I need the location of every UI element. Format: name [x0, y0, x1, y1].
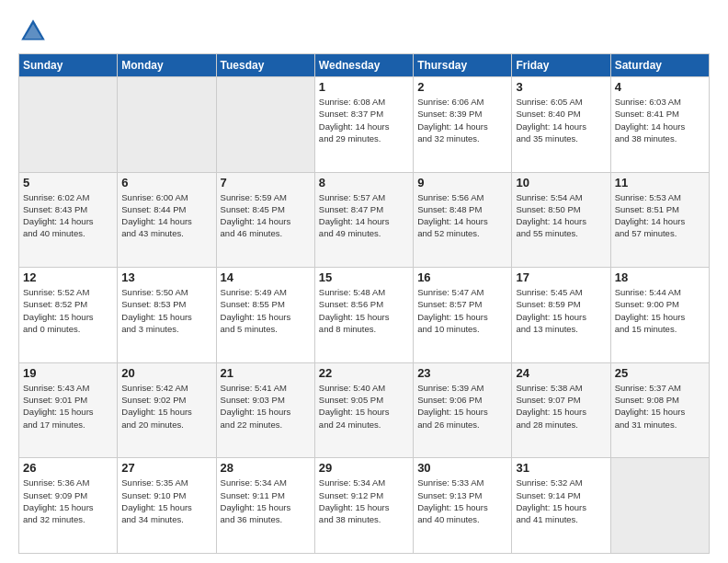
- day-number: 6: [121, 176, 211, 190]
- calendar-cell: 16Sunrise: 5:47 AM Sunset: 8:57 PM Dayli…: [414, 268, 512, 363]
- day-number: 1: [319, 80, 409, 94]
- day-info: Sunrise: 5:40 AM Sunset: 9:05 PM Dayligh…: [319, 382, 409, 431]
- day-number: 12: [23, 270, 113, 284]
- calendar-cell: 14Sunrise: 5:49 AM Sunset: 8:55 PM Dayli…: [216, 268, 314, 363]
- day-number: 14: [221, 270, 311, 284]
- calendar-week-row: 5Sunrise: 6:02 AM Sunset: 8:43 PM Daylig…: [19, 172, 710, 268]
- calendar-week-row: 26Sunrise: 5:36 AM Sunset: 9:09 PM Dayli…: [19, 458, 710, 554]
- calendar-cell: 7Sunrise: 5:59 AM Sunset: 8:45 PM Daylig…: [216, 172, 314, 268]
- day-info: Sunrise: 6:02 AM Sunset: 8:43 PM Dayligh…: [23, 191, 113, 240]
- calendar-cell: 10Sunrise: 5:54 AM Sunset: 8:50 PM Dayli…: [512, 172, 610, 268]
- calendar-week-row: 19Sunrise: 5:43 AM Sunset: 9:01 PM Dayli…: [19, 362, 710, 458]
- weekday-header-monday: Monday: [118, 54, 216, 77]
- day-info: Sunrise: 6:06 AM Sunset: 8:39 PM Dayligh…: [417, 96, 507, 144]
- day-number: 15: [319, 270, 409, 284]
- calendar-cell: 3Sunrise: 6:05 AM Sunset: 8:40 PM Daylig…: [512, 77, 610, 173]
- day-info: Sunrise: 5:36 AM Sunset: 9:09 PM Dayligh…: [23, 477, 113, 525]
- day-info: Sunrise: 6:00 AM Sunset: 8:44 PM Dayligh…: [121, 191, 211, 240]
- day-info: Sunrise: 5:53 AM Sunset: 8:51 PM Dayligh…: [615, 191, 705, 240]
- calendar-cell: 17Sunrise: 5:45 AM Sunset: 8:59 PM Dayli…: [512, 268, 610, 363]
- weekday-header-sunday: Sunday: [19, 54, 118, 77]
- calendar-cell: 6Sunrise: 6:00 AM Sunset: 8:44 PM Daylig…: [118, 172, 216, 268]
- calendar-cell: 13Sunrise: 5:50 AM Sunset: 8:53 PM Dayli…: [118, 268, 216, 363]
- day-info: Sunrise: 5:57 AM Sunset: 8:47 PM Dayligh…: [319, 191, 409, 240]
- weekday-header-friday: Friday: [512, 54, 610, 77]
- calendar-cell: 15Sunrise: 5:48 AM Sunset: 8:56 PM Dayli…: [314, 268, 413, 363]
- day-info: Sunrise: 5:39 AM Sunset: 9:06 PM Dayligh…: [417, 382, 507, 431]
- day-info: Sunrise: 5:38 AM Sunset: 9:07 PM Dayligh…: [516, 382, 606, 431]
- day-number: 28: [221, 461, 311, 475]
- calendar-cell: 31Sunrise: 5:32 AM Sunset: 9:14 PM Dayli…: [512, 458, 610, 554]
- day-number: 23: [417, 366, 507, 380]
- day-info: Sunrise: 5:35 AM Sunset: 9:10 PM Dayligh…: [121, 477, 211, 525]
- day-number: 16: [417, 270, 507, 284]
- calendar-cell: 5Sunrise: 6:02 AM Sunset: 8:43 PM Daylig…: [19, 172, 118, 268]
- day-info: Sunrise: 5:59 AM Sunset: 8:45 PM Dayligh…: [221, 191, 311, 240]
- day-number: 2: [417, 80, 507, 94]
- day-info: Sunrise: 5:48 AM Sunset: 8:56 PM Dayligh…: [319, 286, 409, 335]
- calendar-cell: 29Sunrise: 5:34 AM Sunset: 9:12 PM Dayli…: [314, 458, 413, 554]
- calendar-cell: 1Sunrise: 6:08 AM Sunset: 8:37 PM Daylig…: [314, 77, 413, 173]
- day-info: Sunrise: 5:41 AM Sunset: 9:03 PM Dayligh…: [221, 382, 311, 431]
- day-number: 11: [615, 176, 705, 190]
- weekday-header-wednesday: Wednesday: [314, 54, 413, 77]
- calendar-cell: 28Sunrise: 5:34 AM Sunset: 9:11 PM Dayli…: [216, 458, 314, 554]
- weekday-header-thursday: Thursday: [414, 54, 512, 77]
- day-number: 21: [221, 366, 311, 380]
- day-number: 9: [417, 176, 507, 190]
- page: SundayMondayTuesdayWednesdayThursdayFrid…: [0, 0, 728, 563]
- day-number: 5: [23, 176, 113, 190]
- day-number: 13: [121, 270, 211, 284]
- calendar-cell: 8Sunrise: 5:57 AM Sunset: 8:47 PM Daylig…: [314, 172, 413, 268]
- calendar-week-row: 1Sunrise: 6:08 AM Sunset: 8:37 PM Daylig…: [19, 77, 710, 173]
- day-info: Sunrise: 5:50 AM Sunset: 8:53 PM Dayligh…: [121, 286, 211, 335]
- day-info: Sunrise: 5:47 AM Sunset: 8:57 PM Dayligh…: [417, 286, 507, 335]
- day-info: Sunrise: 5:32 AM Sunset: 9:14 PM Dayligh…: [516, 477, 606, 525]
- weekday-header-saturday: Saturday: [610, 54, 709, 77]
- calendar-cell: 11Sunrise: 5:53 AM Sunset: 8:51 PM Dayli…: [610, 172, 709, 268]
- calendar-cell: [118, 77, 216, 173]
- calendar-cell: [610, 458, 709, 554]
- day-number: 20: [121, 366, 211, 380]
- day-number: 30: [417, 461, 507, 475]
- calendar-cell: 4Sunrise: 6:03 AM Sunset: 8:41 PM Daylig…: [610, 77, 709, 173]
- calendar-cell: [19, 77, 118, 173]
- calendar-cell: 2Sunrise: 6:06 AM Sunset: 8:39 PM Daylig…: [414, 77, 512, 173]
- calendar-cell: 25Sunrise: 5:37 AM Sunset: 9:08 PM Dayli…: [610, 362, 709, 458]
- day-number: 8: [319, 176, 409, 190]
- calendar-cell: 26Sunrise: 5:36 AM Sunset: 9:09 PM Dayli…: [19, 458, 118, 554]
- day-info: Sunrise: 6:05 AM Sunset: 8:40 PM Dayligh…: [516, 96, 606, 144]
- calendar-cell: 21Sunrise: 5:41 AM Sunset: 9:03 PM Dayli…: [216, 362, 314, 458]
- day-info: Sunrise: 6:03 AM Sunset: 8:41 PM Dayligh…: [615, 96, 705, 144]
- calendar-cell: 27Sunrise: 5:35 AM Sunset: 9:10 PM Dayli…: [118, 458, 216, 554]
- day-info: Sunrise: 5:56 AM Sunset: 8:48 PM Dayligh…: [417, 191, 507, 240]
- calendar-table: SundayMondayTuesdayWednesdayThursdayFrid…: [18, 53, 710, 554]
- day-info: Sunrise: 5:42 AM Sunset: 9:02 PM Dayligh…: [121, 382, 211, 431]
- calendar-cell: [216, 77, 314, 173]
- day-info: Sunrise: 5:44 AM Sunset: 9:00 PM Dayligh…: [615, 286, 705, 335]
- calendar-cell: 22Sunrise: 5:40 AM Sunset: 9:05 PM Dayli…: [314, 362, 413, 458]
- day-number: 10: [516, 176, 606, 190]
- calendar-cell: 24Sunrise: 5:38 AM Sunset: 9:07 PM Dayli…: [512, 362, 610, 458]
- day-info: Sunrise: 5:34 AM Sunset: 9:11 PM Dayligh…: [221, 477, 311, 525]
- day-number: 22: [319, 366, 409, 380]
- logo: [18, 17, 51, 46]
- calendar-week-row: 12Sunrise: 5:52 AM Sunset: 8:52 PM Dayli…: [19, 268, 710, 363]
- day-info: Sunrise: 5:43 AM Sunset: 9:01 PM Dayligh…: [23, 382, 113, 431]
- day-number: 24: [516, 366, 606, 380]
- day-number: 3: [516, 80, 606, 94]
- logo-icon: [18, 17, 48, 46]
- day-number: 27: [121, 461, 211, 475]
- day-info: Sunrise: 6:08 AM Sunset: 8:37 PM Dayligh…: [319, 96, 409, 144]
- day-info: Sunrise: 5:54 AM Sunset: 8:50 PM Dayligh…: [516, 191, 606, 240]
- day-number: 4: [615, 80, 705, 94]
- calendar-cell: 23Sunrise: 5:39 AM Sunset: 9:06 PM Dayli…: [414, 362, 512, 458]
- day-number: 31: [516, 461, 606, 475]
- day-info: Sunrise: 5:37 AM Sunset: 9:08 PM Dayligh…: [615, 382, 705, 431]
- weekday-header-tuesday: Tuesday: [216, 54, 314, 77]
- day-number: 18: [615, 270, 705, 284]
- day-number: 17: [516, 270, 606, 284]
- calendar-cell: 12Sunrise: 5:52 AM Sunset: 8:52 PM Dayli…: [19, 268, 118, 363]
- calendar-header-row: SundayMondayTuesdayWednesdayThursdayFrid…: [19, 54, 710, 77]
- day-info: Sunrise: 5:52 AM Sunset: 8:52 PM Dayligh…: [23, 286, 113, 335]
